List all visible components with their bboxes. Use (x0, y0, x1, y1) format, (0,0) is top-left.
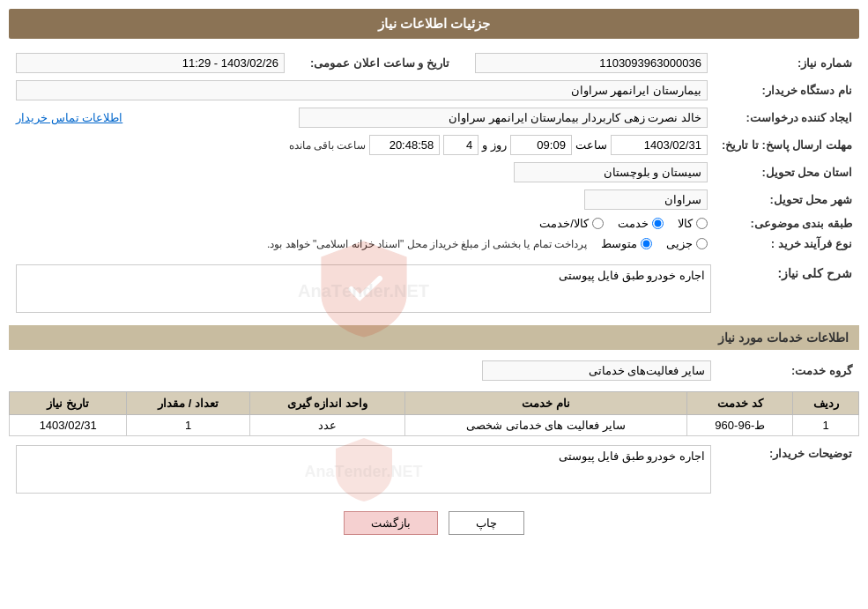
deadline-date-input[interactable] (611, 135, 708, 155)
need-desc-text: اجاره خودرو طبق فایل پیوستی (22, 269, 705, 282)
deadline-days-input[interactable] (443, 135, 479, 155)
announcement-datetime-input[interactable] (16, 53, 285, 73)
process-type-label: نوع فرآیند خرید : (715, 234, 859, 254)
deadline-remaining-input[interactable] (369, 135, 440, 155)
deadline-remaining-suffix: ساعت باقی مانده (289, 139, 367, 152)
need-desc-label: شرح کلی نیاز: (718, 261, 859, 316)
announcement-datetime-label: تاریخ و ساعت اعلان عمومی: (292, 49, 468, 77)
deadline-label: مهلت ارسال پاسخ: تا تاریخ: (715, 131, 859, 159)
service-group-table: گروه خدمت: (9, 357, 859, 384)
cell-unit: عدد (249, 415, 404, 436)
buyer-contact-link[interactable]: اطلاعات تماس خریدار (16, 111, 122, 124)
city-label: شهر محل تحویل: (715, 186, 859, 213)
creator-input[interactable] (299, 108, 708, 128)
watermark-brand-text-2: AnaТender.NET (304, 463, 422, 481)
button-row: چاپ بازگشت (9, 511, 859, 535)
need-number-label: شماره نیاز: (715, 49, 859, 77)
province-input[interactable] (514, 162, 708, 182)
buyer-desc-table: توضیحات خریدار: AnaТender.NET اجاره خودر… (9, 442, 859, 497)
category-option-goods-service[interactable]: کالا/خدمت (539, 217, 604, 230)
deadline-time-label: ساعت (575, 138, 607, 152)
watermark-brand-text: AnaТender.NET (298, 281, 429, 301)
need-desc-table: شرح کلی نیاز: AnaТender.NET اجاره خودرو … (9, 261, 859, 316)
table-row: 1 ط-96-960 سایر فعالیت های خدماتی شخصی ع… (10, 415, 859, 436)
province-label: استان محل تحویل: (715, 159, 859, 186)
category-option-service[interactable]: خدمت (618, 217, 664, 230)
city-input[interactable] (584, 189, 708, 210)
cell-count: 1 (127, 415, 249, 436)
col-count: تعداد / مقدار (127, 392, 249, 415)
buyer-name-label: نام دستگاه خریدار: (715, 77, 859, 104)
category-label: طبقه بندی موضوعی: (715, 213, 859, 234)
service-group-label: گروه خدمت: (718, 357, 859, 384)
print-button[interactable]: چاپ (449, 511, 524, 535)
deadline-time-input[interactable] (510, 135, 572, 155)
cell-date: 1403/02/31 (10, 415, 127, 436)
process-option-partial[interactable]: جزیی (666, 237, 708, 250)
buyer-desc-text: اجاره خودرو طبق فایل پیوستی (22, 449, 705, 463)
watermark-shield-icon-2 (329, 434, 399, 505)
cell-row: 1 (793, 415, 859, 436)
cell-code: ط-96-960 (687, 415, 793, 436)
page-title: جزئیات اطلاعات نیاز (9, 9, 859, 39)
category-option-goods[interactable]: کالا (678, 217, 708, 230)
process-type-radio-group: جزیی متوسط (601, 237, 708, 250)
buyer-desc-label: توضیحات خریدار: (718, 442, 859, 497)
back-button[interactable]: بازگشت (344, 511, 438, 535)
col-row: ردیف (793, 392, 859, 415)
need-number-input[interactable] (475, 53, 708, 73)
buyer-name-input[interactable] (16, 80, 708, 100)
cell-name: سایر فعالیت های خدماتی شخصی (404, 415, 687, 436)
main-info-table: شماره نیاز: تاریخ و ساعت اعلان عمومی: نا… (9, 49, 859, 254)
col-name: نام خدمت (404, 392, 687, 415)
services-grid: ردیف کد خدمت نام خدمت واحد اندازه گیری ت… (9, 391, 859, 436)
category-radio-group: کالا خدمت کالا/خدمت (16, 217, 708, 230)
col-unit: واحد اندازه گیری (249, 392, 404, 415)
services-section-header: اطلاعات خدمات مورد نیاز (9, 325, 859, 350)
col-date: تاریخ نیاز (10, 392, 127, 415)
service-group-input[interactable] (482, 360, 711, 381)
process-option-medium[interactable]: متوسط (601, 237, 652, 250)
col-code: کد خدمت (687, 392, 793, 415)
deadline-days-label: روز و (482, 138, 507, 152)
creator-label: ایجاد کننده درخواست: (715, 104, 859, 131)
process-note: پرداخت تمام یا بخشی از مبلغ خریداز محل "… (267, 238, 587, 250)
